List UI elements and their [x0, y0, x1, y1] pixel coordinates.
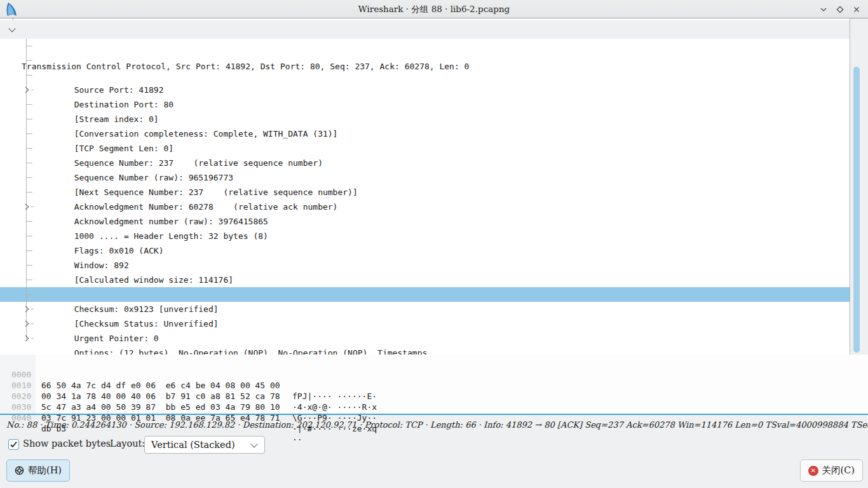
tree-row[interactable]: Acknowledgment number (raw): 3976415865	[0, 170, 850, 185]
hex-ascii[interactable]: ··	[292, 434, 302, 445]
expand-chevron-icon[interactable]	[23, 336, 29, 342]
tree-branch-tick	[26, 46, 32, 46]
packet-detail-tree: Transmission Control Protocol, Src Port:…	[0, 18, 850, 355]
tree-branch-tick	[26, 60, 32, 61]
hex-bytes[interactable]: 00 34 1a 78 40 00 40 06 b7 91 c0 a8 81 5…	[41, 391, 280, 402]
tree-branch-tick	[31, 309, 34, 309]
tree-branch-tick	[26, 294, 32, 295]
hex-row[interactable]: 0040 db b3 ··	[0, 402, 40, 412]
hex-row[interactable]: 0030 03 7c 91 23 00 00 01 01 08 0a ee 7a…	[0, 391, 40, 402]
tree-row[interactable]: [Calculated window size: 114176]	[0, 229, 850, 243]
tree-row[interactable]: [Checksum Status: Unverified]	[0, 273, 850, 287]
tree-branch-tick	[31, 207, 34, 207]
show-packet-bytes-label[interactable]: Show packet bytes	[23, 438, 111, 449]
tree-row[interactable]: Flags: 0x010 (ACK)	[0, 200, 850, 214]
tree-branch-tick	[26, 177, 32, 178]
tree-row[interactable]: [Conversation completeness: Complete, WI…	[0, 83, 850, 97]
collapse-chevron-icon[interactable]	[8, 25, 15, 32]
close-icon[interactable]	[851, 4, 862, 15]
tree-row[interactable]: Window: 892	[0, 214, 850, 229]
tree-branch-tick	[26, 119, 32, 119]
window-title: Wireshark · 分组 88 · lib6-2.pcapng	[0, 0, 868, 18]
tree-row[interactable]: Source Port: 41892	[0, 39, 850, 53]
tree-row[interactable]: 1000 .... = Header Length: 32 bytes (8)	[0, 185, 850, 200]
scrollbar-track[interactable]	[850, 18, 868, 355]
tree-row[interactable]: [Next Sequence Number: 237 (relative seq…	[0, 141, 850, 156]
tree-row[interactable]: [SEQ/ACK analysis]	[0, 331, 850, 346]
packet-summary-line: No.: 88 · Time: 0.244264130 · Source: 19…	[6, 420, 864, 431]
scrollbar-thumb[interactable]	[853, 67, 860, 353]
tree-row[interactable]: Destination Port: 80	[0, 53, 850, 68]
chevron-down-icon	[250, 440, 257, 447]
tree-branch-tick	[26, 148, 32, 149]
layout-dropdown[interactable]: Vertical (Stacked)	[144, 436, 265, 454]
tree-row[interactable]: Acknowledgment Number: 60278 (relative a…	[0, 156, 850, 170]
tree-row[interactable]: [TCP Segment Len: 0]	[0, 97, 850, 112]
tree-branch-tick	[31, 323, 34, 324]
tree-branch-tick	[26, 250, 32, 251]
expand-chevron-icon[interactable]	[23, 204, 29, 210]
tree-row[interactable]: [Stream index: 0]	[0, 68, 850, 83]
maximize-icon[interactable]	[835, 4, 845, 15]
close-red-icon: ✕	[808, 466, 818, 476]
show-packet-bytes-checkbox[interactable]	[8, 439, 19, 450]
tree-branch-tick	[26, 221, 32, 222]
help-icon	[15, 466, 24, 475]
tree-row[interactable]: [Timestamps]	[0, 316, 850, 331]
tree-row[interactable]: Checksum: 0x9123 [unverified]	[0, 258, 850, 273]
hex-row[interactable]: 0020 5c 47 a3 a4 00 50 39 87 bb e5 ed 03…	[0, 380, 40, 391]
tree-branch-tick	[26, 163, 32, 163]
hex-row[interactable]: 0010 00 34 1a 78 40 00 40 06 b7 91 c0 a8…	[0, 369, 40, 380]
tree-row[interactable]: Urgent Pointer: 0	[0, 287, 850, 302]
packet-bytes-pane: 0000 66 50 4a 7c d4 df e0 06 e6 c4 be 04…	[0, 355, 868, 415]
layout-dropdown-value: Vertical (Stacked)	[151, 440, 235, 450]
tree-branch-tick	[26, 133, 32, 134]
hex-rows: 0000 66 50 4a 7c d4 df e0 06 e6 c4 be 04…	[0, 358, 40, 412]
tree-row[interactable]: Sequence Number: 237 (relative sequence …	[0, 112, 850, 126]
tree-branch-tick	[31, 338, 34, 339]
tree-root-row[interactable]: Transmission Control Protocol, Src Port:…	[0, 20, 868, 39]
hex-ascii[interactable]: fPJ|···· ······E·	[292, 391, 377, 402]
close-button-label: 关闭(C)	[822, 464, 855, 477]
expand-chevron-icon[interactable]	[23, 306, 29, 313]
help-button[interactable]: 帮助(H)	[6, 459, 70, 482]
tree-branch-tick	[26, 280, 32, 280]
expand-chevron-icon[interactable]	[23, 321, 29, 327]
minimize-icon[interactable]	[818, 4, 829, 15]
hex-bytes[interactable]: 5c 47 a3 a4 00 50 39 87 bb e5 ed 03 4a 7…	[41, 402, 280, 412]
tree-branch-tick	[26, 104, 32, 105]
help-button-label: 帮助(H)	[28, 464, 62, 477]
tree-branch-tick	[31, 90, 34, 90]
close-button[interactable]: ✕ 关闭(C)	[800, 459, 863, 482]
tree-row[interactable]: Options: (12 bytes), No-Operation (NOP),…	[0, 302, 850, 316]
hex-bytes[interactable]: 66 50 4a 7c d4 df e0 06 e6 c4 be 04 08 0…	[41, 380, 280, 391]
tree-branch-tick	[26, 236, 32, 236]
tree-row[interactable]: Sequence Number (raw): 965196773	[0, 126, 850, 141]
layout-label: Layout:	[110, 438, 145, 449]
tree-branch-tick	[26, 265, 32, 266]
tree-branch-tick	[26, 192, 32, 193]
tree-rows: Source Port: 41892 Destination Port: 80 …	[0, 39, 850, 346]
hex-row[interactable]: 0000 66 50 4a 7c d4 df e0 06 e6 c4 be 04…	[0, 358, 40, 369]
expand-chevron-icon[interactable]	[23, 87, 29, 93]
tree-row[interactable]: [Window size scaling factor: 128]	[0, 243, 850, 258]
tree-branch-tick	[26, 75, 32, 76]
titlebar: Wireshark · 分组 88 · lib6-2.pcapng	[0, 0, 868, 18]
hex-ascii[interactable]: ·4·x@·@· ·····R·x	[292, 402, 377, 412]
